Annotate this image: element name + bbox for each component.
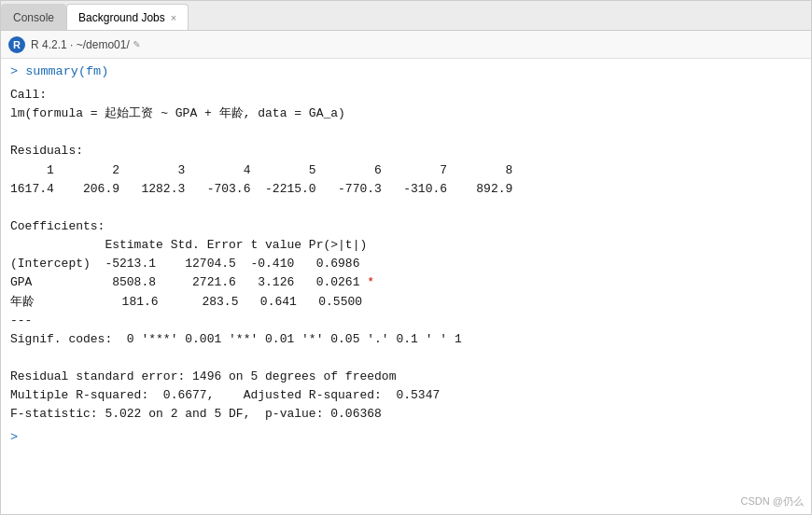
close-tab-icon[interactable]: × [171,12,176,23]
r-logo-letter: R [13,39,21,50]
tab-console-label: Console [13,11,54,24]
empty-prompt-symbol: > [10,430,18,444]
tab-console[interactable]: Console [1,4,66,30]
command-line: > summary(fm) [10,64,802,78]
prompt-symbol: > [10,64,25,78]
tab-background-jobs[interactable]: Background Jobs × [66,4,189,30]
watermark: CSDN @仍么 [741,494,804,508]
r-logo: R [8,36,25,53]
tab-background-jobs-label: Background Jobs [78,11,165,24]
toolbar-separator: · [67,38,77,51]
r-version-label: R 4.2.1 [31,38,67,51]
output-block: Call: lm(formula = 起始工资 ~ GPA + 年龄, data… [10,86,802,425]
tab-bar: Console Background Jobs × [1,1,811,31]
main-window: Console Background Jobs × R R 4.2.1 · ~/… [0,0,812,515]
command-text: summary(fm) [25,64,108,78]
toolbar-path: ~/demo01/ [77,38,130,51]
edit-icon[interactable]: ✎ [133,37,140,51]
console-area[interactable]: > summary(fm) Call: lm(formula = 起始工资 ~ … [1,59,811,514]
empty-prompt-line: > [10,430,802,444]
toolbar: R R 4.2.1 · ~/demo01/ ✎ [1,31,811,59]
